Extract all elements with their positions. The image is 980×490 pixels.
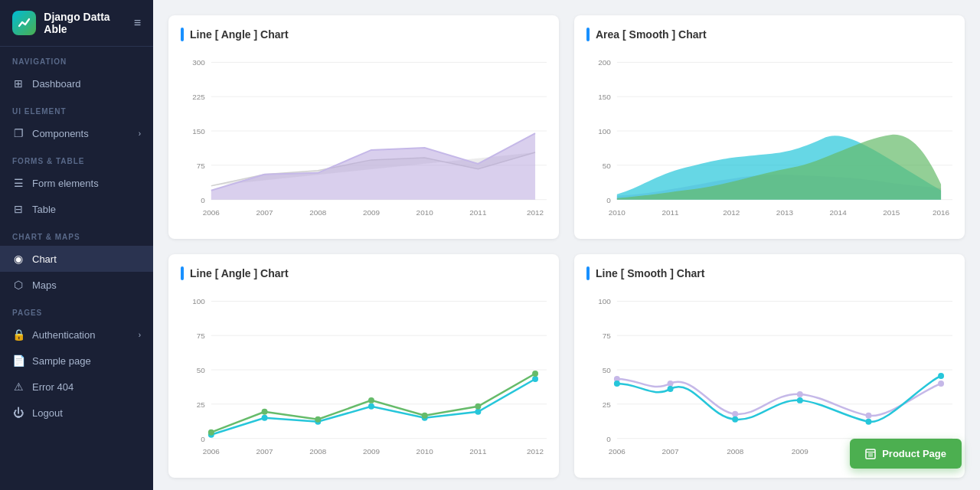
sidebar-item-table[interactable]: ⊟ Table <box>0 196 153 222</box>
svg-point-58 <box>475 403 481 410</box>
svg-point-52 <box>532 376 538 382</box>
pages-section-label: PAGES <box>0 298 153 322</box>
chart-icon: ◉ <box>12 253 24 265</box>
svg-text:150: 150 <box>598 93 611 101</box>
chart-title-4: Line [ Smooth ] Chart <box>586 266 952 280</box>
svg-text:100: 100 <box>192 297 205 305</box>
sidebar-item-authentication[interactable]: 🔒 Authentication › <box>0 322 153 348</box>
svg-text:75: 75 <box>197 162 206 170</box>
svg-text:2014: 2014 <box>830 208 848 217</box>
chart-svg-1: 300 225 150 75 0 2006 2007 2008 2009 <box>181 51 547 227</box>
svg-text:25: 25 <box>603 400 612 409</box>
table-icon: ⊟ <box>12 203 24 215</box>
sidebar-item-error-404[interactable]: ⚠ Error 404 <box>0 374 153 400</box>
sidebar-item-chart[interactable]: ◉ Chart <box>0 246 153 272</box>
svg-text:2016: 2016 <box>933 208 950 217</box>
maps-icon: ⬡ <box>12 279 24 291</box>
svg-text:2011: 2011 <box>469 447 487 456</box>
svg-text:0: 0 <box>201 196 205 204</box>
form-elements-icon: ☰ <box>12 177 24 189</box>
sidebar-item-components[interactable]: ❐ Components › <box>0 120 153 146</box>
chart-card-line-angle-1: Line [ Angle ] Chart 300 225 150 75 0 <box>168 15 559 239</box>
svg-text:2010: 2010 <box>609 208 626 217</box>
charts-grid: Line [ Angle ] Chart 300 225 150 75 0 <box>168 15 965 478</box>
svg-text:50: 50 <box>603 366 612 374</box>
svg-point-49 <box>368 403 374 410</box>
svg-text:0: 0 <box>606 196 611 204</box>
svg-point-80 <box>797 391 803 397</box>
svg-text:0: 0 <box>606 435 611 443</box>
svg-point-88 <box>938 373 944 379</box>
svg-point-54 <box>262 409 268 415</box>
auth-arrow-icon: › <box>139 331 141 339</box>
svg-point-84 <box>668 386 674 392</box>
svg-text:2006: 2006 <box>203 447 220 456</box>
error-icon: ⚠ <box>12 381 24 393</box>
title-bar-1 <box>181 28 184 41</box>
svg-text:2006: 2006 <box>203 208 220 217</box>
svg-text:75: 75 <box>603 332 612 340</box>
svg-point-78 <box>668 381 674 387</box>
svg-point-47 <box>262 415 268 421</box>
sidebar-item-form-elements[interactable]: ☰ Form elements <box>0 170 153 196</box>
chart-card-area-smooth: Area [ Smooth ] Chart 200 150 100 50 0 <box>574 15 965 239</box>
svg-text:2008: 2008 <box>727 447 744 456</box>
sidebar-item-dashboard[interactable]: ⊞ Dashboard <box>0 70 153 96</box>
svg-text:2006: 2006 <box>609 447 626 456</box>
svg-text:150: 150 <box>192 127 205 136</box>
svg-text:2009: 2009 <box>363 208 381 217</box>
svg-text:2012: 2012 <box>527 208 544 217</box>
svg-text:2012: 2012 <box>723 208 740 217</box>
svg-text:2010: 2010 <box>416 208 434 217</box>
chart-svg-2: 200 150 100 50 0 2010 2011 2012 2013 201… <box>586 51 952 227</box>
sidebar-item-sample-page[interactable]: 📄 Sample page <box>0 348 153 374</box>
product-page-icon <box>865 449 876 459</box>
svg-point-85 <box>732 416 738 423</box>
auth-icon: 🔒 <box>12 328 24 341</box>
svg-point-53 <box>208 430 214 436</box>
app-title: Django Datta Able <box>44 11 133 35</box>
svg-text:50: 50 <box>197 366 206 374</box>
svg-text:2012: 2012 <box>527 447 544 456</box>
sidebar-item-maps[interactable]: ⬡ Maps <box>0 272 153 298</box>
components-arrow-icon: › <box>139 129 141 138</box>
svg-text:2010: 2010 <box>416 447 434 456</box>
chart-svg-3: 100 75 50 25 0 <box>181 289 547 466</box>
logout-icon: ⏻ <box>12 407 24 419</box>
svg-point-81 <box>865 413 871 419</box>
svg-text:2011: 2011 <box>469 208 487 217</box>
sidebar-toggle-icon[interactable]: ≡ <box>134 16 141 30</box>
svg-text:225: 225 <box>192 93 205 101</box>
app-logo <box>12 11 36 35</box>
svg-point-86 <box>797 397 803 403</box>
svg-text:100: 100 <box>598 127 611 136</box>
svg-text:50: 50 <box>603 162 612 170</box>
svg-text:25: 25 <box>197 400 206 409</box>
svg-marker-11 <box>211 133 535 200</box>
chart-card-line-angle-2: Line [ Angle ] Chart 100 75 50 25 0 <box>168 254 559 478</box>
svg-point-83 <box>614 381 620 387</box>
dashboard-icon: ⊞ <box>12 77 24 90</box>
svg-point-55 <box>315 416 321 423</box>
svg-point-87 <box>865 419 871 425</box>
svg-point-59 <box>532 371 538 377</box>
forms-section-label: FORMS & TABLE <box>0 146 153 170</box>
svg-text:2007: 2007 <box>256 208 273 217</box>
chart-section-label: CHART & MAPS <box>0 222 153 246</box>
title-bar-4 <box>586 266 590 280</box>
svg-text:2009: 2009 <box>363 447 381 456</box>
svg-point-57 <box>422 413 428 419</box>
product-page-button[interactable]: Product Page <box>850 439 962 469</box>
sample-page-icon: 📄 <box>12 354 24 367</box>
chart-title-2: Area [ Smooth ] Chart <box>586 28 952 41</box>
components-icon: ❐ <box>12 127 24 139</box>
svg-text:2009: 2009 <box>792 447 809 456</box>
svg-text:0: 0 <box>201 435 205 443</box>
sidebar-item-logout[interactable]: ⏻ Logout <box>0 400 153 426</box>
svg-text:2007: 2007 <box>662 447 679 456</box>
svg-text:2015: 2015 <box>883 208 900 217</box>
svg-text:2011: 2011 <box>662 208 679 217</box>
svg-point-79 <box>732 411 738 417</box>
nav-section-label: NAVIGATION <box>0 47 153 70</box>
svg-point-56 <box>368 397 374 403</box>
